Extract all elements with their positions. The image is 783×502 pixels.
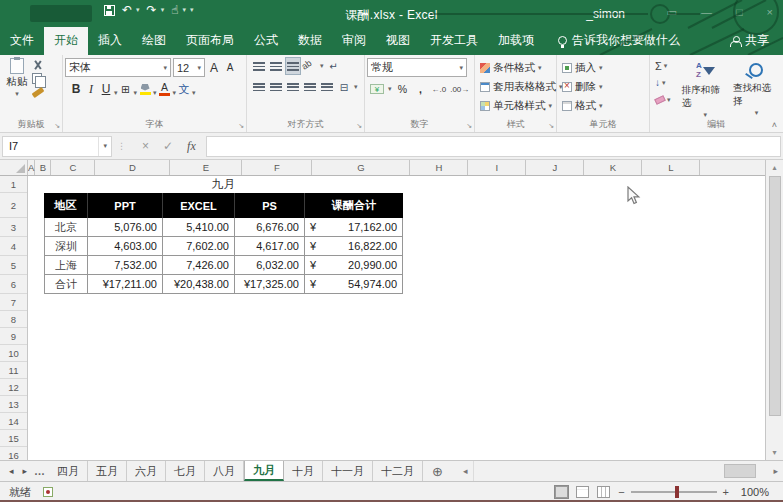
sheet-tab[interactable]: 八月 [205, 461, 244, 481]
sheet-tab[interactable]: 十一月 [323, 461, 373, 481]
merge-dropdown-icon[interactable]: ▾ [354, 83, 358, 91]
scroll-right-icon[interactable]: ▸ [768, 466, 783, 476]
row-header[interactable]: 10 [0, 345, 27, 362]
table-title-cell[interactable]: 九月 [44, 176, 403, 193]
total-cell[interactable]: ¥ 54,974.00 [305, 275, 403, 294]
paste-button[interactable]: 粘贴 ▾ [2, 58, 32, 98]
styles-dialog-launcher-icon[interactable]: ↘ [548, 122, 554, 130]
column-header[interactable]: K [584, 160, 642, 175]
column-header[interactable]: F [242, 160, 312, 175]
prev-sheet-icon[interactable]: ◂ [9, 466, 14, 476]
close-button[interactable]: × [767, 6, 773, 19]
conditional-formatting-button[interactable]: 条件格式 ▾ [477, 58, 554, 77]
column-header[interactable]: A [28, 160, 35, 175]
new-sheet-button[interactable]: ⊕ [423, 461, 452, 481]
zoom-percentage[interactable]: 100% [737, 486, 769, 498]
ppt-cell[interactable]: 5,076.00 [88, 218, 163, 237]
column-header[interactable]: C [51, 160, 95, 175]
excel-cell[interactable]: ¥20,438.00 [163, 275, 235, 294]
sheet-tab[interactable]: 七月 [166, 461, 205, 481]
font-color-dropdown-icon[interactable]: ▾ [173, 89, 177, 97]
row-header[interactable]: 14 [0, 413, 27, 430]
table-header-cell[interactable]: 地区 [44, 193, 88, 218]
row-header[interactable]: 12 [0, 379, 27, 396]
decrease-indent-button[interactable] [303, 79, 317, 95]
row-header[interactable]: 2 [0, 193, 27, 218]
signed-in-user[interactable]: _simon [586, 7, 625, 21]
select-all-corner[interactable] [0, 160, 28, 175]
ps-cell[interactable]: 6,032.00 [235, 256, 305, 275]
name-box[interactable]: I7 ▾ [2, 136, 112, 157]
merge-center-button[interactable]: ⊟ [337, 79, 351, 95]
sheet-tab[interactable]: 九月 [244, 461, 284, 481]
collapse-ribbon-button[interactable]: ˄ [772, 120, 777, 130]
ribbon-tab[interactable]: 数据 [288, 27, 332, 55]
ribbon-display-options-button[interactable]: ▭ [667, 6, 677, 19]
zoom-out-button[interactable]: − [618, 486, 624, 498]
column-header[interactable]: B [35, 160, 51, 175]
increase-decimal-button[interactable]: ←.0 [432, 85, 447, 94]
scroll-down-icon[interactable]: ▾ [772, 445, 776, 460]
increase-indent-button[interactable] [320, 79, 334, 95]
maximize-button[interactable]: □ [736, 6, 743, 19]
ppt-cell[interactable]: ¥17,211.00 [88, 275, 163, 294]
horizontal-scroll-track[interactable] [473, 461, 769, 481]
zoom-slider-track[interactable] [631, 491, 717, 493]
row-header[interactable]: 11 [0, 362, 27, 379]
font-dialog-launcher-icon[interactable]: ↘ [238, 122, 244, 130]
vertical-scrollbar[interactable]: ▴ ▾ [765, 160, 783, 460]
borders-dropdown-icon[interactable]: ▾ [134, 89, 138, 97]
vertical-scroll-thumb[interactable] [769, 176, 781, 416]
ps-cell[interactable]: 4,617.00 [235, 237, 305, 256]
cells-canvas[interactable]: 九月 地区 PPT EXCEL PS 课酬合计 北京 5,076. [28, 176, 765, 460]
orientation-button[interactable]: ab [300, 55, 321, 76]
more-sheets-indicator[interactable]: … [34, 461, 49, 481]
next-sheet-icon[interactable]: ▸ [23, 466, 28, 476]
underline-button[interactable]: U [99, 81, 113, 97]
ribbon-tab[interactable]: 审阅 [332, 27, 376, 55]
sort-filter-button[interactable]: AZ 排序和筛选 ▾ [682, 58, 729, 119]
align-middle-button[interactable] [269, 58, 283, 74]
borders-button[interactable]: ⊞ [119, 81, 133, 97]
column-header[interactable]: G [312, 160, 410, 175]
fill-color-button[interactable] [138, 81, 152, 97]
fill-color-dropdown-icon[interactable]: ▾ [153, 89, 157, 97]
ribbon-tab[interactable]: 加载项 [488, 27, 544, 55]
ribbon-tab[interactable]: 开发工具 [420, 27, 488, 55]
share-button[interactable]: 共享 [716, 27, 783, 55]
ppt-cell[interactable]: 4,603.00 [88, 237, 163, 256]
cut-icon[interactable] [32, 60, 43, 71]
minimize-button[interactable]: — [701, 6, 712, 19]
align-bottom-button[interactable] [286, 58, 300, 74]
italic-button[interactable]: I [84, 81, 98, 97]
region-cell[interactable]: 上海 [44, 256, 88, 275]
formula-input[interactable] [206, 136, 781, 157]
normal-view-button[interactable] [555, 486, 568, 498]
ribbon-tab[interactable]: 页面布局 [176, 27, 244, 55]
insert-function-button[interactable]: fx [187, 139, 196, 154]
autosum-button[interactable]: Σ▾ [655, 58, 678, 73]
decrease-font-size-button[interactable]: A [223, 60, 237, 76]
table-header-cell[interactable]: 课酬合计 [305, 193, 403, 218]
ribbon-tab[interactable]: 视图 [376, 27, 420, 55]
decrease-decimal-button[interactable]: .00→ [450, 85, 469, 94]
row-header[interactable]: 16 [0, 447, 27, 460]
font-size-select[interactable]: 12 ▾ [173, 58, 205, 77]
insert-cells-button[interactable]: 插入 ▾ [559, 58, 647, 77]
page-layout-view-button[interactable] [576, 486, 589, 498]
delete-cells-button[interactable]: 删除 ▾ [559, 77, 647, 96]
font-color-button[interactable]: A [158, 81, 172, 97]
sheet-tab[interactable]: 五月 [88, 461, 127, 481]
zoom-in-button[interactable]: + [723, 486, 729, 498]
excel-cell[interactable]: 5,410.00 [163, 218, 235, 237]
sheet-tab[interactable]: 十月 [284, 461, 323, 481]
format-cells-button[interactable]: 格式 ▾ [559, 96, 647, 115]
ps-cell[interactable]: ¥17,325.00 [235, 275, 305, 294]
ribbon-tab[interactable]: 开始 [44, 27, 88, 55]
ribbon-tab[interactable]: 公式 [244, 27, 288, 55]
sheet-tab[interactable]: 十二月 [373, 461, 423, 481]
table-header-cell[interactable]: PS [235, 193, 305, 218]
row-header[interactable]: 7 [0, 294, 27, 311]
column-header[interactable]: E [170, 160, 242, 175]
macro-record-icon[interactable] [43, 487, 53, 497]
